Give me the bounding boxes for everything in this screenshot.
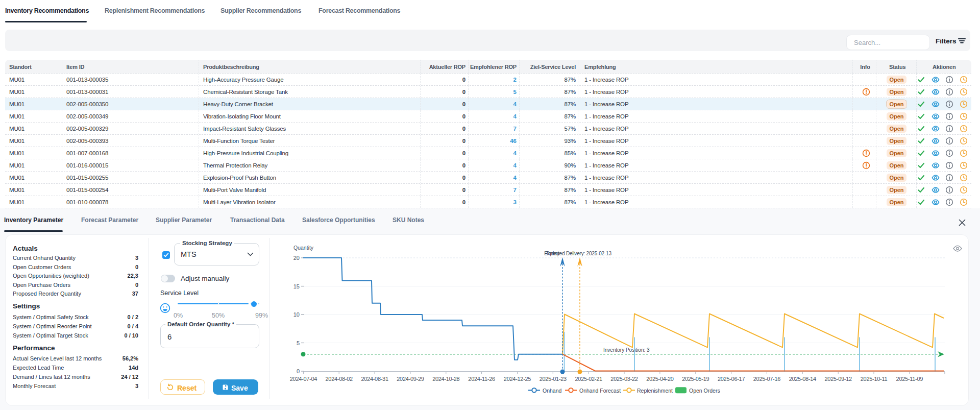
svg-text:2025-03-22: 2025-03-22	[610, 376, 638, 382]
svg-text:2024-11-26: 2024-11-26	[468, 376, 495, 382]
svg-text:Onhand Forecast: Onhand Forecast	[579, 388, 621, 394]
svg-text:2025-08-14: 2025-08-14	[789, 376, 816, 382]
svg-text:2025-09-12: 2025-09-12	[825, 376, 852, 382]
svg-text:2025-06-17: 2025-06-17	[718, 376, 745, 382]
svg-text:2024-12-25: 2024-12-25	[504, 376, 531, 382]
svg-text:2025-07-16: 2025-07-16	[753, 376, 780, 382]
svg-text:Today: Today	[546, 251, 559, 256]
svg-text:2025-02-21: 2025-02-21	[575, 376, 602, 382]
svg-text:2025-04-20: 2025-04-20	[646, 376, 673, 382]
svg-text:5: 5	[297, 340, 300, 346]
svg-text:2024-09-29: 2024-09-29	[397, 376, 424, 382]
svg-text:2025-11-09: 2025-11-09	[896, 376, 923, 382]
svg-text:0: 0	[297, 368, 300, 374]
svg-text:20: 20	[293, 255, 300, 261]
svg-text:2024-08-31: 2024-08-31	[361, 376, 388, 382]
svg-text:10: 10	[293, 311, 300, 318]
svg-text:2024-08-02: 2024-08-02	[326, 376, 353, 382]
svg-text:2025-05-19: 2025-05-19	[682, 376, 709, 382]
svg-text:Onhand: Onhand	[543, 388, 562, 394]
svg-text:2024-07-04: 2024-07-04	[290, 376, 317, 382]
svg-text:Replenishment: Replenishment	[637, 388, 673, 394]
svg-text:Inventory Position: 3: Inventory Position: 3	[603, 347, 650, 353]
svg-text:2025-10-11: 2025-10-11	[861, 376, 888, 382]
svg-text:15: 15	[293, 283, 300, 290]
svg-text:Quantity: Quantity	[293, 245, 314, 251]
svg-text:2024-10-28: 2024-10-28	[432, 376, 459, 382]
svg-text:Open Orders: Open Orders	[689, 388, 720, 394]
svg-text:2025-01-23: 2025-01-23	[540, 376, 567, 382]
